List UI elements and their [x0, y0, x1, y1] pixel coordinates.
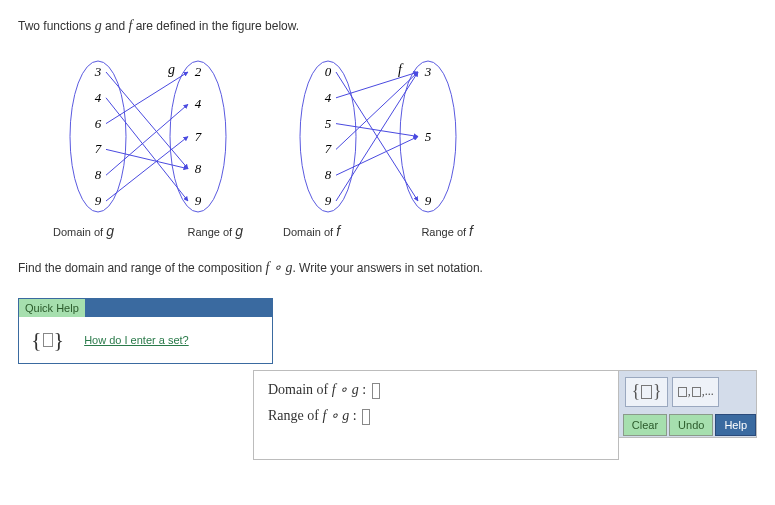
svg-line-19 [106, 137, 188, 202]
svg-line-17 [106, 149, 188, 168]
domain-answer-line: Domain of f ∘ g : [268, 381, 604, 399]
svg-text:6: 6 [95, 116, 102, 131]
svg-point-0 [70, 61, 126, 212]
svg-text:9: 9 [325, 193, 332, 208]
svg-text:5: 5 [425, 129, 432, 144]
svg-text:4: 4 [325, 90, 332, 105]
svg-text:f: f [398, 62, 404, 77]
compose-expr: f ∘ g [266, 260, 293, 275]
svg-point-20 [300, 61, 356, 212]
mapping-f: f045789359 Domain of f Range of f [283, 54, 473, 239]
intro-suffix: are defined in the figure below. [132, 19, 299, 33]
svg-text:2: 2 [195, 64, 202, 79]
quick-help-titlebar: Quick Help [19, 299, 272, 317]
svg-text:8: 8 [195, 161, 202, 176]
svg-line-16 [106, 72, 188, 124]
svg-text:7: 7 [95, 141, 102, 156]
brace-button[interactable]: {} [625, 377, 667, 407]
svg-text:9: 9 [195, 193, 202, 208]
svg-text:7: 7 [195, 129, 202, 144]
how-enter-set-link[interactable]: How do I enter a set? [84, 334, 189, 346]
input-palette: {} ,,... Clear Undo Help [619, 370, 757, 438]
range-f-label: Range of f [421, 223, 473, 239]
svg-text:9: 9 [95, 193, 102, 208]
svg-text:3: 3 [424, 64, 432, 79]
prompt-text: Find the domain and range of the composi… [18, 259, 757, 276]
domain-g-label: Domain of g [53, 223, 114, 239]
intro-prefix: Two functions [18, 19, 95, 33]
range-g-label: Range of g [188, 223, 244, 239]
svg-text:4: 4 [95, 90, 102, 105]
quick-help-tab[interactable]: Quick Help [19, 299, 86, 317]
svg-text:8: 8 [325, 167, 332, 182]
mapping-f-svg: f045789359 [283, 54, 473, 219]
svg-text:9: 9 [425, 193, 432, 208]
undo-button[interactable]: Undo [669, 414, 713, 436]
svg-line-14 [106, 72, 188, 169]
domain-answer-input[interactable] [372, 383, 380, 399]
svg-text:3: 3 [94, 64, 102, 79]
svg-line-34 [336, 124, 418, 137]
quick-help-panel: Quick Help {} How do I enter a set? [18, 298, 273, 364]
svg-text:5: 5 [325, 116, 332, 131]
mapping-g-svg: g34678924789 [53, 54, 243, 219]
problem-intro: Two functions g and f are defined in the… [18, 18, 757, 34]
mapping-diagrams: g34678924789 Domain of g Range of g f045… [53, 54, 757, 239]
svg-text:g: g [168, 62, 175, 77]
mapping-g: g34678924789 Domain of g Range of g [53, 54, 243, 239]
svg-text:4: 4 [195, 96, 202, 111]
svg-line-15 [106, 98, 188, 201]
svg-text:7: 7 [325, 141, 332, 156]
help-button[interactable]: Help [715, 414, 756, 436]
svg-text:8: 8 [95, 167, 102, 182]
range-answer-line: Range of f ∘ g : [268, 407, 604, 425]
answer-box: Domain of f ∘ g : Range of f ∘ g : [253, 370, 619, 460]
list-button[interactable]: ,,... [672, 377, 719, 407]
brace-sample-icon: {} [31, 327, 64, 353]
answer-area: Domain of f ∘ g : Range of f ∘ g : {} ,,… [253, 370, 757, 460]
svg-line-18 [106, 104, 188, 175]
clear-button[interactable]: Clear [623, 414, 667, 436]
svg-line-36 [336, 137, 418, 176]
svg-text:0: 0 [325, 64, 332, 79]
intro-mid: and [102, 19, 129, 33]
g-letter: g [95, 18, 102, 33]
range-answer-input[interactable] [362, 409, 370, 425]
domain-f-label: Domain of f [283, 223, 340, 239]
